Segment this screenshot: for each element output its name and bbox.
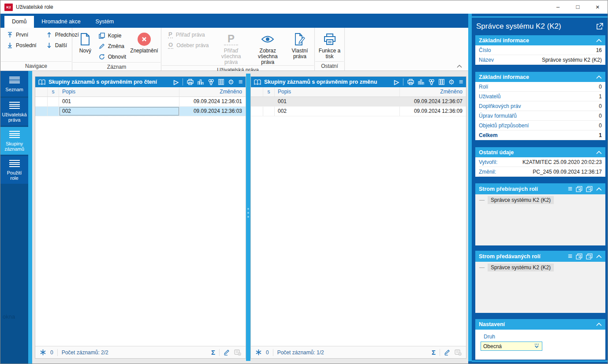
tab-hromadne-akce[interactable]: Hromadné akce — [34, 16, 88, 28]
chevron-up-icon[interactable] — [596, 75, 602, 79]
expand-all-icon[interactable] — [576, 186, 582, 192]
chevron-up-icon[interactable] — [596, 151, 602, 154]
settings-gear-icon[interactable] — [228, 79, 235, 85]
grid-empty-area[interactable] — [35, 116, 246, 346]
columns-icon[interactable] — [218, 79, 224, 85]
ribbon-collapse-chevron-icon[interactable] — [457, 65, 462, 68]
print-icon[interactable] — [187, 79, 194, 85]
sidebar-item-seznam[interactable]: Seznam — [0, 71, 28, 97]
own-rights-button[interactable]: Vlastnípráva — [288, 30, 312, 59]
panel-splitter[interactable] — [468, 14, 472, 361]
grid-menu-icon[interactable]: ≡ — [459, 79, 463, 85]
col-zmeneno[interactable]: Změněno — [179, 87, 246, 97]
refresh-button[interactable]: Obnovit — [97, 52, 128, 62]
cell-popis[interactable]: 001 — [275, 97, 400, 106]
sum-icon[interactable]: Σ — [432, 349, 436, 356]
chevron-up-icon[interactable] — [596, 255, 602, 258]
cell-zmeneno[interactable]: 09.09.2024 12:36:07 — [400, 97, 466, 106]
sidebar-item-skupiny-zaznamu[interactable]: Skupinyzáznamů — [0, 127, 28, 155]
first-label: První — [16, 32, 28, 38]
sidebar-item-pouziti-role[interactable]: Použitírole — [0, 156, 28, 184]
cell-zmeneno[interactable]: 09.09.2024 12:36:01 — [179, 97, 246, 106]
chart-icon[interactable] — [418, 79, 424, 85]
tab-system[interactable]: Systém — [88, 16, 122, 28]
menu-icon — [9, 130, 20, 139]
tree-collapse-icon[interactable]: — — [479, 197, 485, 203]
columns-icon[interactable] — [439, 79, 444, 85]
druh-dropdown[interactable]: Obecná — [481, 342, 542, 351]
cell-popis[interactable]: 002 — [275, 107, 400, 116]
col-s[interactable]: s — [48, 87, 59, 97]
cell-zmeneno[interactable]: 09.09.2024 12:36:03 — [179, 107, 246, 116]
book-icon — [254, 79, 261, 85]
collapse-all-icon[interactable] — [586, 253, 593, 260]
chart-icon[interactable] — [198, 79, 204, 85]
tab-domu[interactable]: Domů — [4, 16, 34, 28]
col-s[interactable]: s — [263, 87, 275, 97]
col-selector[interactable] — [251, 87, 263, 97]
cell-zmeneno[interactable]: 09.09.2024 12:36:09 — [400, 107, 466, 116]
table-row[interactable]: 001 09.09.2024 12:36:01 — [35, 97, 246, 107]
edit-pencil-icon[interactable] — [444, 349, 451, 356]
functions-print-button[interactable]: Funkce atisk — [317, 30, 342, 59]
sidebar-label: Uživatelskápráva — [2, 112, 26, 123]
tree-node[interactable]: — Správce systému K2 (K2) — [479, 196, 605, 204]
cell-popis[interactable]: 001 — [59, 97, 179, 106]
copy-button[interactable]: Kopie — [97, 30, 128, 41]
first-button[interactable]: První — [5, 30, 39, 40]
grid-menu-icon[interactable]: ≡ — [239, 79, 242, 85]
chevron-up-icon[interactable] — [596, 323, 602, 326]
close-button[interactable]: × — [588, 0, 608, 14]
collapse-all-icon[interactable] — [586, 186, 593, 192]
col-zmeneno[interactable]: Změněno — [400, 87, 466, 97]
chevron-up-icon[interactable] — [596, 39, 602, 42]
run-script-icon[interactable]: ▷ — [394, 79, 399, 85]
table-row[interactable]: 002 09.09.2024 12:36:09 — [251, 107, 466, 116]
col-popis[interactable]: Popis — [59, 87, 179, 97]
col-selector[interactable] — [35, 87, 48, 97]
chevron-up-icon[interactable] — [596, 187, 602, 191]
table-row[interactable]: 001 09.09.2024 12:36:07 — [251, 97, 466, 107]
tree-node[interactable]: — Správce systému K2 (K2) — [479, 264, 605, 271]
settings-gear-icon[interactable] — [448, 79, 455, 85]
grid-splitter[interactable] — [246, 74, 250, 361]
run-script-icon[interactable]: ▷ — [174, 79, 179, 85]
table-row-selected[interactable]: 002 09.09.2024 12:36:03 — [35, 107, 246, 116]
change-label: Změna — [108, 43, 124, 49]
assign-all-rights-button[interactable]: P Přiřaďvšechna práva — [215, 30, 248, 65]
menu-icon — [9, 101, 20, 110]
p-large-dotted-icon: P — [224, 33, 238, 45]
arrow-up-icon — [46, 32, 52, 38]
minimize-button[interactable]: – — [548, 0, 568, 14]
maximize-button[interactable]: □ — [568, 0, 588, 14]
sidebar-label: Skupinyzáznamů — [4, 141, 24, 152]
print-icon[interactable] — [407, 79, 414, 85]
sidebar-item-uzivatelska-prava[interactable]: Uživatelskápráva — [0, 98, 28, 126]
tree-node-label[interactable]: Správce systému K2 (K2) — [488, 196, 554, 204]
invalidate-button[interactable]: Zneplatnění — [130, 30, 158, 54]
tree-collapse-icon[interactable]: — — [479, 264, 485, 271]
workflow-icon[interactable] — [428, 79, 435, 85]
edit-pencil-icon[interactable] — [224, 349, 230, 356]
assign-rights-button[interactable]: P Přiřaď práva — [166, 30, 211, 40]
remove-rights-button[interactable]: O Odeber práva — [166, 40, 211, 51]
expand-all-icon[interactable] — [576, 253, 582, 260]
col-popis[interactable]: Popis — [275, 87, 400, 97]
new-button[interactable]: Nový — [76, 30, 95, 54]
cell-popis[interactable]: 002 — [59, 107, 179, 116]
last-button[interactable]: Poslední — [5, 40, 39, 51]
document-pencil-icon — [294, 32, 306, 47]
show-all-rights-button[interactable]: Zobrazvšechna práva — [251, 30, 284, 65]
sum-icon[interactable]: Σ — [211, 349, 215, 356]
k2-logo-icon: K2 — [4, 4, 13, 11]
tree-menu-icon[interactable]: ≡ — [568, 186, 572, 192]
tree-menu-icon[interactable]: ≡ — [568, 253, 572, 260]
add-note-icon[interactable] — [234, 349, 241, 356]
change-button[interactable]: Změna — [97, 41, 128, 52]
tree-node-label[interactable]: Správce systému K2 (K2) — [488, 264, 554, 271]
add-note-icon[interactable] — [455, 349, 462, 356]
workflow-icon[interactable] — [208, 79, 214, 85]
grid-empty-area[interactable] — [251, 116, 466, 346]
popout-icon[interactable] — [596, 23, 603, 30]
dropdown-chevron-icon — [534, 344, 540, 349]
